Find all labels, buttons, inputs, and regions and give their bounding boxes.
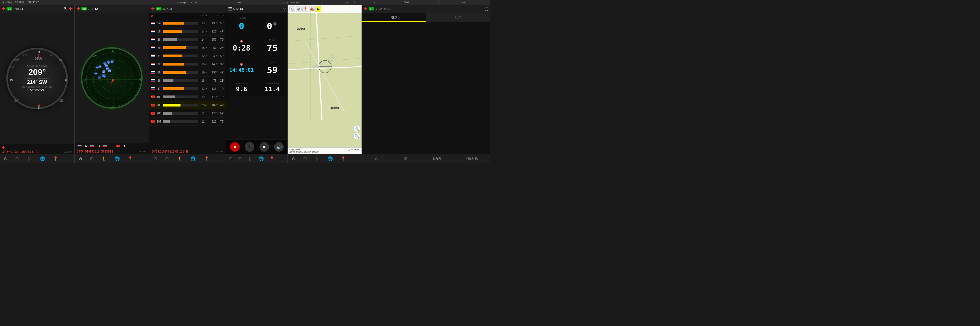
p4-icon-grid[interactable]: ⊞ [238, 156, 242, 161]
record-button[interactable]: ● [230, 142, 240, 152]
bottom-icon-pin[interactable]: 📍 [53, 156, 58, 161]
bottom-icon-grid[interactable]: ⊞ [15, 156, 19, 161]
tracker-v1-66: 19 [199, 71, 205, 74]
p5-icon-globe[interactable]: 🌐 [328, 156, 333, 161]
map-ctrl-plus[interactable]: ⊕ [296, 6, 302, 12]
svg-text:203: 203 [105, 65, 108, 66]
zoom-out-button[interactable]: 🔍 [353, 133, 360, 139]
bottom-icon-more[interactable]: ⋯ [66, 156, 70, 161]
p5-icon-compass[interactable]: ⊙ [292, 156, 296, 161]
bottom-icon-globe[interactable]: 🌐 [40, 156, 45, 161]
tracker-v2-14: 135° [209, 22, 218, 25]
table-row[interactable]: 86 16 78° 21° [150, 76, 226, 85]
panel6-expand-icon[interactable]: ⛶ [484, 7, 488, 11]
p2-icon-walk[interactable]: 🚶 [101, 156, 107, 161]
table-row[interactable]: 87 12 ✓ 133° 9° [150, 85, 226, 93]
record-controls: ● ⏸ ■ 🔊 [226, 139, 288, 154]
tab-activity[interactable]: 活动 [426, 13, 490, 22]
bottom-icon-walk[interactable]: 🚶 [27, 156, 32, 161]
p3-icon-walk[interactable]: 🚶 [177, 156, 183, 161]
p6-icon-1[interactable]: ⊙ [375, 156, 379, 161]
map-ctrl-share[interactable]: 📤 [309, 6, 315, 12]
p3-icon-compass[interactable]: ⊙ [153, 156, 157, 161]
p4-icon-walk[interactable]: 🚶 [248, 156, 253, 161]
p6-label-tech[interactable]: 科技时代 [466, 157, 477, 161]
tracker-v1-31: 12 [199, 54, 205, 58]
map-coords: 35°05.7747'N 114°57.9086'E [290, 151, 360, 154]
table-row[interactable]: ★ 203 20 ✓ 187° 47° [150, 101, 226, 109]
p2-icon-pin[interactable]: 📍 [127, 156, 133, 161]
panel1-dash: — [6, 145, 10, 150]
tracker-v1-32: 16 [199, 63, 205, 66]
p6-icon-2[interactable]: ⊞ [404, 156, 407, 161]
panel2-on-badge[interactable]: ON [81, 7, 87, 11]
table-row[interactable]: 26 14 257° 79° [150, 36, 226, 44]
panel3-cross-icon: ✚ [151, 6, 155, 11]
p3-icon-more[interactable]: ⋯ [218, 156, 222, 161]
table-row[interactable]: ★ 193 19 170° 16° [150, 93, 226, 101]
p4-icon-more[interactable]: ⋯ [280, 156, 285, 161]
tracker-v2-32: 140° [209, 63, 218, 66]
stop-button[interactable]: ■ [259, 142, 269, 152]
table-row[interactable]: 14 13 135° 58° [150, 19, 226, 27]
panel3-on-badge[interactable]: ON [156, 7, 162, 11]
mag-heading-value: 214° SW [22, 79, 52, 85]
zoom-in-button[interactable]: 🔍 [353, 125, 360, 132]
flag-ru-r66 [151, 71, 155, 74]
p4-icon-pin[interactable]: 📍 [269, 156, 275, 161]
p2-icon-globe[interactable]: 🌐 [115, 156, 120, 161]
panel1-dot [2, 146, 5, 149]
col-x[interactable]: ✕ [151, 14, 155, 18]
top-section-3: AAT [219, 1, 259, 4]
table-row[interactable]: 32 16 ✓ 140° 32° [150, 60, 226, 68]
map-ctrl-minus[interactable]: ⊖ [290, 6, 295, 12]
p5-icon-walk[interactable]: 🚶 [315, 156, 320, 161]
panel-map: ⊖ ⊕ 📍 📤 ▶ [288, 5, 362, 163]
p4-icon-globe[interactable]: 🌐 [259, 156, 264, 161]
p5-icon-pin[interactable]: 📍 [340, 156, 346, 161]
p2-icon-grid[interactable]: ⊞ [90, 156, 94, 161]
tracker-chk-31: ✓ [205, 54, 208, 58]
panel1-on-badge[interactable]: ON [6, 7, 12, 11]
p2-icon-compass[interactable]: ⊙ [79, 156, 82, 161]
p3-icon-globe[interactable]: 🌐 [190, 156, 196, 161]
tracker-v3-16: 47° [218, 30, 224, 33]
sound-button[interactable]: 🔊 [274, 142, 284, 152]
table-row[interactable]: ★ 206 11 174° 52° [150, 109, 226, 117]
p5-icon-more[interactable]: ⋯ [354, 156, 358, 161]
tracker-num-16: 16 [156, 30, 162, 33]
p5-icon-grid[interactable]: ⊞ [303, 156, 307, 161]
pause-button[interactable]: ⏸ [245, 142, 255, 152]
stat-avg-label: ⊙ AVG km/h [235, 82, 248, 85]
p4-icon-compass[interactable]: ⊙ [229, 156, 233, 161]
tracker-v2-26: 257° [209, 38, 218, 41]
svg-text:31: 31 [104, 76, 106, 77]
tracker-num-29: 29 [156, 46, 162, 49]
table-row[interactable]: 66 19 ✓ 196° 42° [150, 68, 226, 76]
p3-icon-grid[interactable]: ⊞ [165, 156, 169, 161]
table-row[interactable]: 29 18 ✓ 57° 26° [150, 44, 226, 52]
p3-icon-pin[interactable]: 📍 [204, 156, 209, 161]
mag-heading-label: MAGNETIC HEADING [22, 78, 52, 79]
stat-alt-label: △ m [270, 61, 275, 63]
panel4-menu-icon[interactable]: ☰ [228, 6, 232, 11]
table-row[interactable]: 16 14 ✓ 226° 47° [150, 27, 226, 36]
p2-icon-more[interactable]: ⋯ [141, 156, 145, 161]
table-row[interactable]: ★ 207 11 322° 75° [150, 117, 226, 126]
panel4-filter-icon[interactable]: ▽ [283, 7, 286, 11]
tab-waypoints[interactable]: 航点 [362, 13, 426, 22]
table-row[interactable]: 31 12 ✓ 40° 56° [150, 52, 226, 60]
p6-label-news[interactable]: 头条号 [433, 157, 441, 161]
panel1-refresh-icon[interactable]: ↻ [64, 6, 68, 11]
panel6-on-badge[interactable]: ON [369, 7, 374, 11]
stat-max-value: 11.4 [265, 85, 280, 93]
map-area[interactable]: 刘楼镇 三春集镇 API Key R... 🔍 🔍 [288, 13, 361, 147]
map-ctrl-pin[interactable]: 📍 [302, 6, 308, 12]
panel1-cross2-icon: ✚ [69, 6, 72, 11]
bottom-icon-compass[interactable]: ⊙ [4, 156, 8, 161]
map-ctrl-play[interactable]: ▶ [315, 6, 321, 12]
tracker-rows-container: 14 13 135° 58° 16 14 ✓ 226° 47° [150, 19, 226, 149]
svg-text:270: 270 [50, 54, 54, 56]
panel-tracker-list: ✚ ON 7/13 13 ✕ ♡ ✓ ° ° 14 [150, 5, 226, 163]
col-heart[interactable]: ♡ [198, 14, 205, 18]
